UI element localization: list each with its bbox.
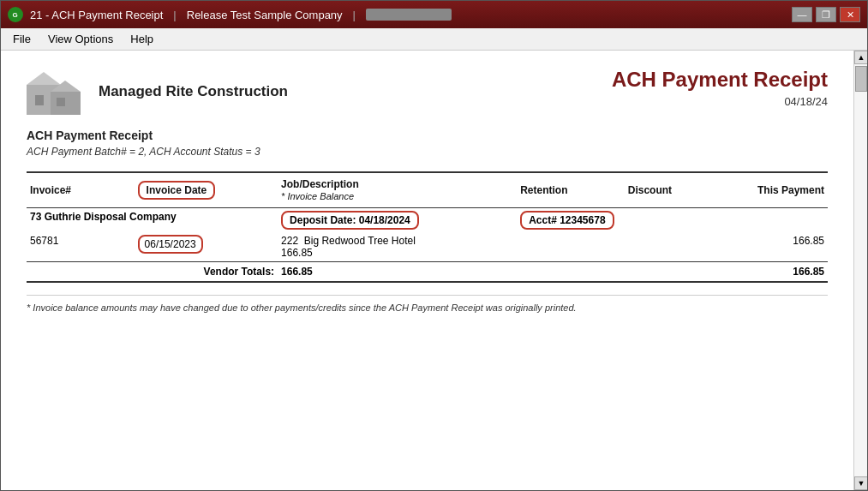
menu-help[interactable]: Help — [122, 31, 162, 47]
deposit-date-cell: Deposit Date: 04/18/2024 — [278, 208, 517, 233]
app-icon: G — [8, 7, 23, 22]
svg-marker-3 — [27, 72, 61, 85]
receipt-main-title: ACH Payment Receipt — [612, 68, 828, 92]
vendor-payment-cell — [720, 208, 828, 233]
main-content: Managed Rite Construction ACH Payment Re… — [1, 51, 853, 490]
title-separator-1: | — [173, 9, 176, 21]
vendor-row: 73 Guthrie Disposal Company Deposit Date… — [27, 208, 828, 233]
totals-this-payment: 166.85 — [720, 262, 828, 283]
acct-cell: Acct# 12345678 — [517, 208, 625, 233]
scroll-track[interactable] — [854, 64, 867, 476]
detail-invoice-date: 06/15/2023 — [135, 232, 278, 262]
acct-box: Acct# 12345678 — [520, 211, 614, 230]
title-separator-2: | — [353, 9, 356, 21]
company-name: Managed Rite Construction — [99, 83, 288, 100]
scroll-down-button[interactable]: ▼ — [854, 476, 867, 490]
col-header-job-desc: Job/Description * Invoice Balance — [278, 172, 517, 208]
totals-balance: 166.85 — [278, 262, 517, 283]
title-bar-left: G 21 - ACH Payment Receipt | Release Tes… — [8, 7, 452, 22]
totals-label-cell: Vendor Totals: — [27, 262, 278, 283]
batch-info: ACH Payment Batch# = 2, ACH Account Stat… — [27, 146, 828, 158]
title-company: Release Test Sample Company — [187, 9, 343, 21]
menu-file[interactable]: File — [4, 31, 39, 47]
scroll-thumb[interactable] — [855, 66, 867, 92]
svg-rect-7 — [57, 98, 65, 106]
document-header: Managed Rite Construction ACH Payment Re… — [27, 68, 828, 115]
detail-retention — [517, 232, 625, 262]
invoice-date-value-box: 06/15/2023 — [138, 235, 203, 254]
svg-rect-6 — [35, 95, 44, 105]
menu-view-options[interactable]: View Options — [39, 31, 122, 47]
logo-section: Managed Rite Construction — [27, 68, 288, 115]
deposit-date-box: Deposit Date: 04/18/2024 — [281, 211, 419, 230]
totals-retention — [517, 262, 625, 283]
receipt-table: Invoice# Invoice Date Job/Description * … — [27, 171, 828, 283]
col-header-this-payment: This Payment — [720, 172, 828, 208]
doc-subtitle: ACH Payment Receipt — [27, 129, 828, 142]
title-bar: G 21 - ACH Payment Receipt | Release Tes… — [1, 1, 867, 28]
detail-discount — [625, 232, 721, 262]
col-header-invoice-date: Invoice Date — [135, 172, 278, 208]
vendor-totals-row: Vendor Totals: 166.85 166.85 — [27, 262, 828, 283]
detail-job-desc: 222 Big Redwood Tree Hotel 166.85 — [278, 232, 517, 262]
invoice-date-header-box: Invoice Date — [138, 181, 216, 200]
vendor-name-cell: 73 Guthrie Disposal Company — [27, 208, 278, 233]
col-header-invoice-num: Invoice# — [27, 172, 135, 208]
col-header-retention: Retention — [517, 172, 625, 208]
invoice-balance-sub: * Invoice Balance — [281, 191, 354, 201]
footer-note: * Invoice balance amounts may have chang… — [27, 295, 828, 313]
detail-row: 56781 06/15/2023 222 Big Redwood Tree Ho… — [27, 232, 828, 262]
title-blurred — [366, 9, 452, 21]
col-header-discount: Discount — [625, 172, 721, 208]
scrollbar[interactable]: ▲ ▼ — [853, 51, 867, 490]
receipt-title-section: ACH Payment Receipt 04/18/24 — [612, 68, 828, 108]
receipt-date: 04/18/24 — [612, 95, 828, 108]
company-logo — [27, 68, 87, 115]
restore-button[interactable]: ❐ — [816, 7, 836, 22]
window-title: 21 - ACH Payment Receipt — [30, 9, 163, 21]
totals-discount — [625, 262, 721, 283]
window-controls: — ❐ ✕ — [792, 7, 860, 22]
vendor-discount-cell — [625, 208, 721, 233]
application-window: G 21 - ACH Payment Receipt | Release Tes… — [0, 0, 868, 491]
detail-this-payment: 166.85 — [720, 232, 828, 262]
detail-invoice-num: 56781 — [27, 232, 135, 262]
scroll-up-button[interactable]: ▲ — [854, 51, 867, 64]
content-wrapper: Managed Rite Construction ACH Payment Re… — [1, 51, 867, 490]
svg-rect-4 — [51, 92, 81, 115]
minimize-button[interactable]: — — [792, 7, 812, 22]
svg-text:G: G — [13, 11, 18, 19]
close-button[interactable]: ✕ — [840, 7, 860, 22]
menu-bar: File View Options Help — [1, 28, 867, 51]
